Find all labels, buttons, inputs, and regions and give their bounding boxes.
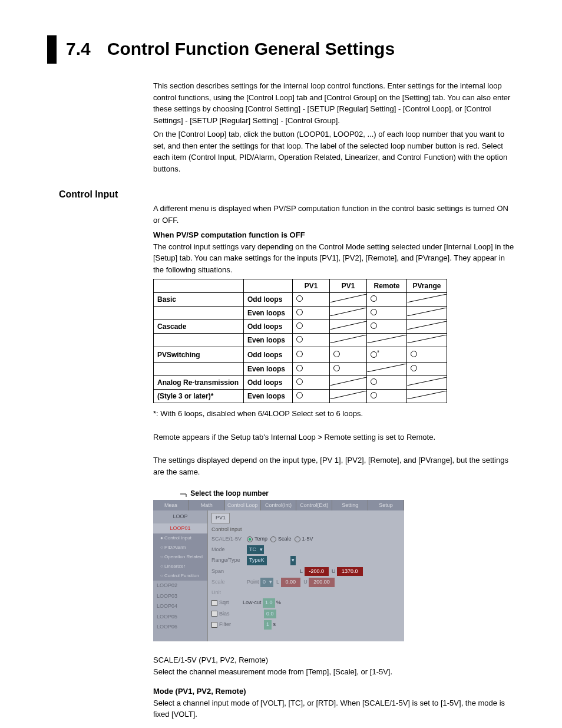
table-row: Even loops bbox=[154, 334, 447, 347]
svg-line-13 bbox=[407, 391, 447, 399]
title-bar-icon bbox=[47, 35, 57, 64]
radio-scale[interactable] bbox=[270, 536, 276, 542]
point-label: Point bbox=[247, 578, 259, 587]
section-header: 7.4 Control Function General Settings bbox=[47, 35, 515, 64]
tab-control-ext[interactable]: Control(Ext) bbox=[296, 500, 332, 510]
mode-desc-title: Mode (PV1, PV2, Remote) bbox=[153, 686, 515, 697]
th-remote: Remote bbox=[367, 279, 407, 293]
tab-control-int[interactable]: Control(Int) bbox=[261, 500, 297, 510]
svg-line-8 bbox=[407, 335, 447, 343]
lowcut-value[interactable]: 1.0 bbox=[263, 598, 275, 608]
scale2-label: Scale bbox=[211, 578, 247, 587]
sub-operation-related[interactable]: ○ Operation Related bbox=[153, 552, 207, 562]
svg-line-0 bbox=[330, 294, 366, 302]
mode-select[interactable]: TC bbox=[247, 545, 259, 555]
app-tabs: Meas Math Control Loop Control(Int) Cont… bbox=[153, 500, 404, 510]
svg-line-11 bbox=[407, 377, 447, 386]
table-footnote-1: *: With 6 loops, disabled when 6/4LOOP S… bbox=[153, 408, 515, 420]
svg-line-2 bbox=[330, 308, 366, 316]
range-select[interactable]: TypeK bbox=[247, 556, 267, 565]
tab-control-loop[interactable]: Control Loop bbox=[225, 500, 261, 510]
radio-15v[interactable] bbox=[295, 536, 300, 542]
mode-desc-body: Select a channel input mode of [VOLT], [… bbox=[153, 697, 515, 720]
span-u-label: U bbox=[332, 568, 336, 576]
range-label: Range/Type bbox=[211, 556, 247, 565]
table-row: Analog Re-transmissionOdd loops bbox=[154, 376, 447, 390]
loop03-button[interactable]: LOOP03 bbox=[153, 591, 207, 602]
table-row: Even loops bbox=[154, 363, 447, 376]
radio-temp[interactable] bbox=[247, 536, 253, 542]
svg-line-12 bbox=[330, 391, 366, 399]
point-value[interactable]: 0 bbox=[260, 578, 268, 587]
app-main-panel: PV1 Control Input SCALE/1-5V Temp Scale … bbox=[208, 510, 404, 641]
filter-value[interactable]: 1 bbox=[264, 620, 272, 630]
span-l-value[interactable]: -200.0 bbox=[305, 567, 329, 577]
section-title: Control Function General Settings bbox=[107, 35, 395, 62]
mode-dropdown-icon[interactable]: ▾ bbox=[259, 545, 264, 555]
table-row: BasicOdd loops bbox=[154, 293, 447, 307]
table-row: (Style 3 or later)*Even loops bbox=[154, 390, 447, 403]
scale2-l-value[interactable]: 0.00 bbox=[281, 578, 301, 587]
span-u-value[interactable]: 1370.0 bbox=[337, 567, 363, 577]
opt-15v: 1-5V bbox=[302, 535, 313, 543]
group-label: Control Input bbox=[211, 526, 401, 534]
svg-line-9 bbox=[367, 364, 406, 372]
loop-sidebar: LOOP LOOP01 ● Control Input ○ PID/Alarm … bbox=[153, 510, 208, 641]
filter-checkbox[interactable] bbox=[211, 622, 217, 628]
loop06-button[interactable]: LOOP06 bbox=[153, 622, 207, 633]
intro-block: This section describes settings for the … bbox=[153, 80, 515, 174]
unit-label: Unit bbox=[211, 589, 247, 597]
table-row: PVSwitchingOdd loops* bbox=[154, 347, 447, 363]
figure-caption: Select the loop number bbox=[180, 488, 515, 499]
svg-line-4 bbox=[330, 321, 366, 330]
svg-line-3 bbox=[407, 308, 447, 316]
svg-line-10 bbox=[330, 377, 366, 386]
table-header-row: PV1 PV1 Remote PVrange bbox=[154, 279, 447, 293]
bias-value[interactable]: 0.0 bbox=[264, 610, 276, 619]
scale-desc-title: SCALE/1-5V (PV1, PV2, Remote) bbox=[153, 654, 515, 666]
ci-sub1-title: When PV/SP computation function is OFF bbox=[153, 229, 515, 241]
lowcut-label: Low-cut bbox=[243, 599, 262, 607]
point-dropdown-icon[interactable]: ▾ bbox=[268, 578, 273, 587]
scale2-l-label: L bbox=[276, 578, 279, 587]
sub-control-input[interactable]: ● Control Input bbox=[153, 533, 207, 543]
intro-p1: This section describes settings for the … bbox=[153, 80, 515, 126]
tab-meas[interactable]: Meas bbox=[153, 500, 189, 510]
tab-setup[interactable]: Setup bbox=[368, 500, 404, 510]
pv1-tab[interactable]: PV1 bbox=[211, 513, 230, 523]
table-footnote-3: The settings displayed depend on the inp… bbox=[153, 454, 515, 477]
section-number: 7.4 bbox=[66, 35, 91, 62]
sub-linearizer[interactable]: ○ Linearizer bbox=[153, 562, 207, 571]
scale2-u-value[interactable]: 200.00 bbox=[309, 578, 335, 587]
app-screenshot: Meas Math Control Loop Control(Int) Cont… bbox=[153, 500, 404, 641]
opt-scale: Scale bbox=[278, 535, 292, 543]
loop02-button[interactable]: LOOP02 bbox=[153, 581, 207, 591]
svg-line-6 bbox=[330, 335, 366, 343]
control-input-heading: Control Input bbox=[59, 187, 515, 202]
table-footnote-2: Remote appears if the Setup tab's Intern… bbox=[153, 431, 515, 443]
range-dropdown-icon[interactable]: ▾ bbox=[290, 556, 296, 565]
loop04-button[interactable]: LOOP04 bbox=[153, 601, 207, 612]
tab-setting[interactable]: Setting bbox=[332, 500, 368, 510]
span-l-label: L bbox=[300, 568, 303, 576]
intro-p2: On the [Control Loop] tab, click the but… bbox=[153, 129, 515, 174]
sub-control-function[interactable]: ○ Control Function bbox=[153, 571, 207, 581]
loop05-button[interactable]: LOOP05 bbox=[153, 612, 207, 622]
filter-unit: s bbox=[273, 621, 276, 629]
th-pv1b: PV1 bbox=[330, 279, 367, 293]
scale-label: SCALE/1-5V bbox=[211, 535, 247, 543]
figure-caption-text: Select the loop number bbox=[190, 489, 269, 498]
sub-pid-alarm[interactable]: ○ PID/Alarm bbox=[153, 543, 207, 552]
lowcut-unit: % bbox=[276, 599, 281, 607]
availability-table: PV1 PV1 Remote PVrange BasicOdd loopsEve… bbox=[153, 279, 447, 403]
opt-temp: Temp bbox=[254, 535, 267, 543]
bias-checkbox[interactable] bbox=[211, 611, 217, 617]
scale2-u-label: U bbox=[303, 578, 308, 587]
sqrt-label: Sqrt bbox=[219, 599, 243, 607]
sqrt-checkbox[interactable] bbox=[211, 600, 217, 606]
table-row: CascadeOdd loops bbox=[154, 320, 447, 334]
tab-math[interactable]: Math bbox=[189, 500, 225, 510]
scale-desc-body: Select the channel measurement mode from… bbox=[153, 666, 515, 678]
svg-line-7 bbox=[367, 335, 406, 343]
loop01-button[interactable]: LOOP01 bbox=[153, 523, 207, 534]
